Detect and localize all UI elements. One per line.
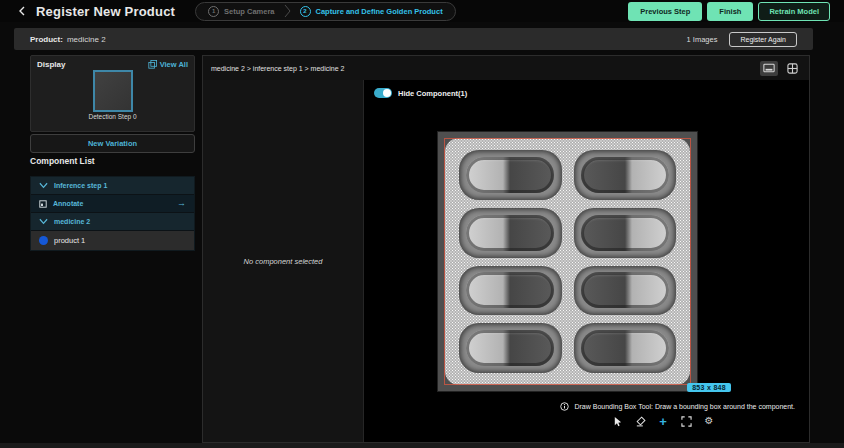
capsule-well — [574, 208, 677, 258]
chevron-down-icon — [39, 182, 48, 189]
arrow-right-icon[interactable]: → — [177, 199, 186, 208]
annotate-icon — [39, 200, 47, 208]
no-selection-panel: No component selected — [203, 80, 364, 442]
settings-button[interactable]: ⚙ — [703, 415, 715, 427]
app-root: Register New Product 1 Setup Camera 2 Ca… — [0, 0, 844, 448]
stacked-squares-icon — [148, 60, 157, 69]
capsule-well — [574, 150, 677, 200]
capsule-well — [459, 208, 562, 258]
top-bar: Register New Product 1 Setup Camera 2 Ca… — [0, 0, 844, 22]
hide-component-toggle[interactable] — [374, 88, 392, 98]
fullscreen-button[interactable] — [680, 415, 692, 427]
capsule-well — [574, 266, 677, 316]
bottom-strip — [0, 443, 844, 448]
thumbnail-caption: Detection Step 0 — [88, 113, 136, 120]
toggle-knob — [383, 89, 391, 97]
cursor-icon — [613, 416, 622, 427]
view-mode-switcher — [760, 61, 801, 76]
capsule — [581, 157, 669, 193]
view-all-link[interactable]: View All — [148, 60, 188, 69]
no-selection-text: No component selected — [244, 257, 323, 266]
page-title: Register New Product — [36, 4, 175, 19]
register-again-button[interactable]: Register Again — [729, 32, 797, 47]
annotate-row[interactable]: Annotate → — [31, 195, 194, 213]
group-label: Inference step 1 — [54, 182, 107, 189]
annotate-label: Annotate — [53, 200, 83, 207]
component-list-title: Component List — [30, 156, 95, 166]
step-number: 1 — [208, 6, 219, 17]
step-separator-chevron-icon — [284, 4, 291, 18]
info-icon — [560, 402, 569, 411]
grid-view-button[interactable] — [783, 61, 801, 76]
gear-icon: ⚙ — [705, 416, 714, 426]
step-label: Capture and Define Golden Product — [316, 7, 443, 16]
tool-hint-text: Draw Bounding Box Tool: Draw a bounding … — [574, 403, 795, 410]
display-title: Display — [37, 60, 65, 69]
capsule — [466, 157, 554, 193]
component-group-inference-step[interactable]: Inference step 1 — [31, 177, 194, 195]
hide-component-label: Hide Component(1) — [398, 89, 467, 98]
product-bar-right: 1 Images Register Again — [687, 32, 797, 47]
chevron-left-icon — [18, 6, 26, 16]
chevron-down-icon — [39, 218, 48, 225]
step-capture-define[interactable]: 2 Capture and Define Golden Product — [300, 6, 443, 17]
stepper: 1 Setup Camera 2 Capture and Define Gold… — [195, 2, 456, 21]
capsule — [581, 215, 669, 251]
new-variation-button[interactable]: New Variation — [30, 134, 195, 153]
retrain-model-button[interactable]: Retrain Model — [758, 2, 830, 21]
product-label: Product: — [30, 35, 63, 44]
add-bounding-box-tool-button[interactable]: + — [657, 415, 669, 427]
component-label: product 1 — [54, 236, 85, 245]
breadcrumb: medicine 2 > inference step 1 > medicine… — [211, 65, 344, 72]
capsule-well — [459, 150, 562, 200]
detection-step-thumbnail[interactable] — [93, 70, 133, 112]
pointer-tool-button[interactable] — [611, 415, 623, 427]
back-button[interactable] — [16, 5, 28, 17]
display-header: Display View All — [31, 56, 194, 70]
finish-button[interactable]: Finish — [707, 2, 753, 21]
thumbnail-area: Detection Step 0 — [31, 70, 194, 131]
images-count: 1 Images — [687, 35, 718, 44]
capsule — [581, 272, 669, 308]
expand-icon — [681, 416, 692, 427]
product-bar: Product: medicine 2 1 Images Register Ag… — [14, 28, 813, 50]
display-panel: Display View All Detection Step 0 — [30, 55, 195, 132]
main-body: No component selected Hide Component(1) … — [203, 80, 809, 442]
eraser-tool-button[interactable] — [634, 415, 646, 427]
monitor-panel-icon — [763, 63, 775, 73]
capsule — [466, 330, 554, 366]
previous-step-button[interactable]: Previous Step — [628, 2, 702, 21]
main-panel: medicine 2 > inference step 1 > medicine… — [202, 55, 810, 443]
capsule-well — [459, 266, 562, 316]
image-canvas[interactable]: Hide Component(1) 853 x 848 Draw Boundin… — [364, 80, 809, 442]
capsule-well — [574, 323, 677, 373]
single-view-button[interactable] — [760, 61, 778, 76]
view-all-label: View All — [160, 60, 188, 69]
hide-component-row: Hide Component(1) — [374, 88, 467, 98]
canvas-toolbar: + ⚙ — [611, 415, 715, 427]
capsule — [466, 215, 554, 251]
capsule — [581, 330, 669, 366]
blister-pack — [445, 138, 690, 385]
main-header: medicine 2 > inference step 1 > medicine… — [203, 56, 809, 80]
capsule-well — [459, 323, 562, 373]
grid-icon — [787, 63, 798, 74]
product-image: 853 x 848 — [438, 132, 697, 391]
component-group-medicine[interactable]: medicine 2 — [31, 213, 194, 231]
component-list: Inference step 1 Annotate → medicine 2 p… — [30, 176, 195, 251]
step-setup-camera[interactable]: 1 Setup Camera — [208, 6, 274, 17]
group-label: medicine 2 — [54, 218, 90, 225]
topbar-actions: Previous Step Finish Retrain Model — [628, 2, 830, 21]
tool-hint-row: Draw Bounding Box Tool: Draw a bounding … — [560, 402, 795, 411]
product-value: medicine 2 — [67, 35, 106, 44]
eraser-icon — [635, 416, 646, 427]
capsule — [466, 272, 554, 308]
step-number: 2 — [300, 6, 311, 17]
component-item-product-1[interactable]: product 1 — [31, 231, 194, 250]
component-color-dot — [39, 236, 48, 245]
step-label: Setup Camera — [224, 7, 274, 16]
size-badge: 853 x 848 — [687, 383, 731, 392]
